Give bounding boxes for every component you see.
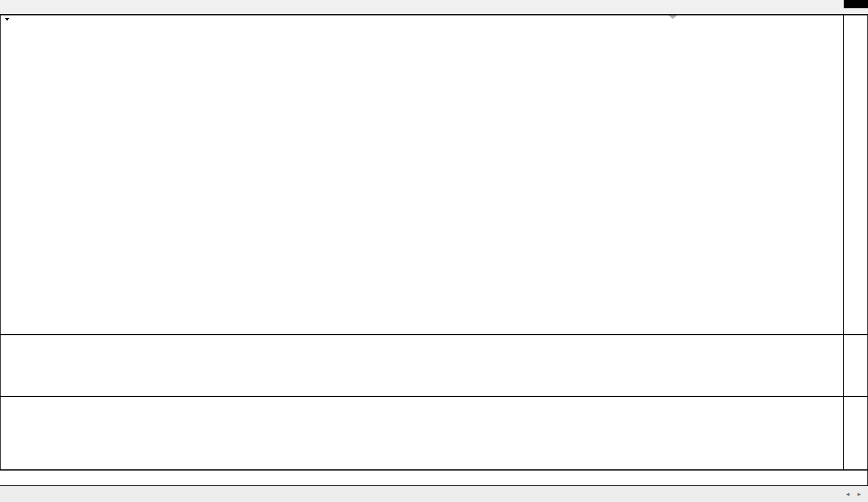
symbol-dropdown[interactable] bbox=[5, 18, 11, 21]
price-scale-border bbox=[843, 14, 844, 470]
current-price-badge bbox=[844, 0, 868, 8]
chart-title bbox=[5, 18, 17, 21]
terminal-window: ◂ ▸ bbox=[0, 0, 868, 502]
chart-bottom-border bbox=[0, 485, 868, 486]
main-chart-canvas[interactable] bbox=[0, 15, 843, 334]
timeframe-toolbar bbox=[0, 0, 868, 12]
dropdown-arrow-icon bbox=[5, 18, 9, 21]
chart-tab-bar bbox=[0, 487, 868, 502]
tab-scroll-arrows: ◂ ▸ bbox=[846, 490, 861, 498]
tab-scroll-right-icon[interactable]: ▸ bbox=[857, 490, 861, 498]
tab-scroll-left-icon[interactable]: ◂ bbox=[846, 490, 850, 498]
rsi-indicator-canvas[interactable] bbox=[0, 397, 843, 469]
macd-indicator-canvas[interactable] bbox=[0, 335, 843, 396]
date-axis[interactable] bbox=[0, 471, 843, 485]
